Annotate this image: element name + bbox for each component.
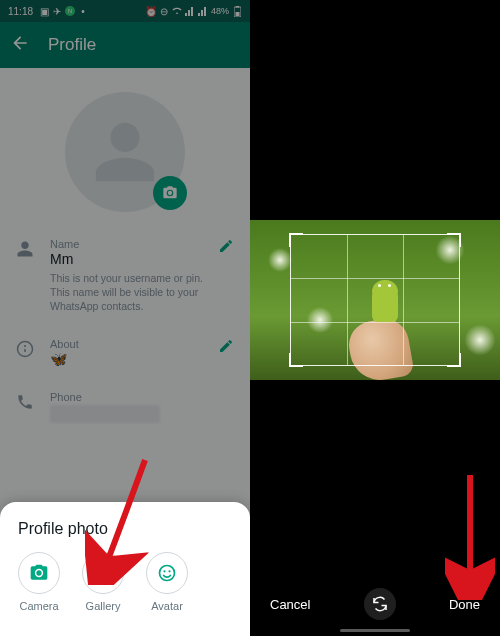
annotation-arrow-right <box>445 470 495 600</box>
image-icon <box>93 563 113 583</box>
gallery-option-button[interactable] <box>82 552 124 594</box>
svg-point-9 <box>163 570 165 572</box>
avatar-option-label: Avatar <box>151 600 183 612</box>
profile-photo-sheet: Profile photo Camera Gallery Avatar <box>0 502 250 636</box>
rotate-button[interactable] <box>364 588 396 620</box>
rotate-icon <box>371 595 389 613</box>
camera-option-button[interactable] <box>18 552 60 594</box>
done-button[interactable]: Done <box>449 597 480 612</box>
statusbar <box>250 0 500 22</box>
camera-option-label: Camera <box>19 600 58 612</box>
home-indicator[interactable] <box>340 629 410 632</box>
sheet-title: Profile photo <box>18 520 232 538</box>
gallery-option-label: Gallery <box>86 600 121 612</box>
crop-photo-screen: Cancel Done <box>250 0 500 636</box>
camera-icon <box>29 563 49 583</box>
crop-frame[interactable] <box>290 234 460 366</box>
crop-handle-tr[interactable] <box>447 233 461 247</box>
crop-handle-bl[interactable] <box>289 353 303 367</box>
crop-handle-br[interactable] <box>447 353 461 367</box>
gallery-option[interactable]: Gallery <box>82 552 124 612</box>
face-icon <box>157 563 177 583</box>
camera-option[interactable]: Camera <box>18 552 60 612</box>
svg-point-8 <box>160 566 175 581</box>
profile-settings-screen: 11:18 ▣ ✈ N • ⏰ ⊖ 48% <box>0 0 250 636</box>
crop-canvas[interactable] <box>250 220 500 380</box>
cancel-button[interactable]: Cancel <box>270 597 310 612</box>
svg-point-10 <box>168 570 170 572</box>
avatar-option[interactable]: Avatar <box>146 552 188 612</box>
avatar-option-button[interactable] <box>146 552 188 594</box>
crop-handle-tl[interactable] <box>289 233 303 247</box>
crop-toolbar: Cancel Done <box>250 588 500 620</box>
